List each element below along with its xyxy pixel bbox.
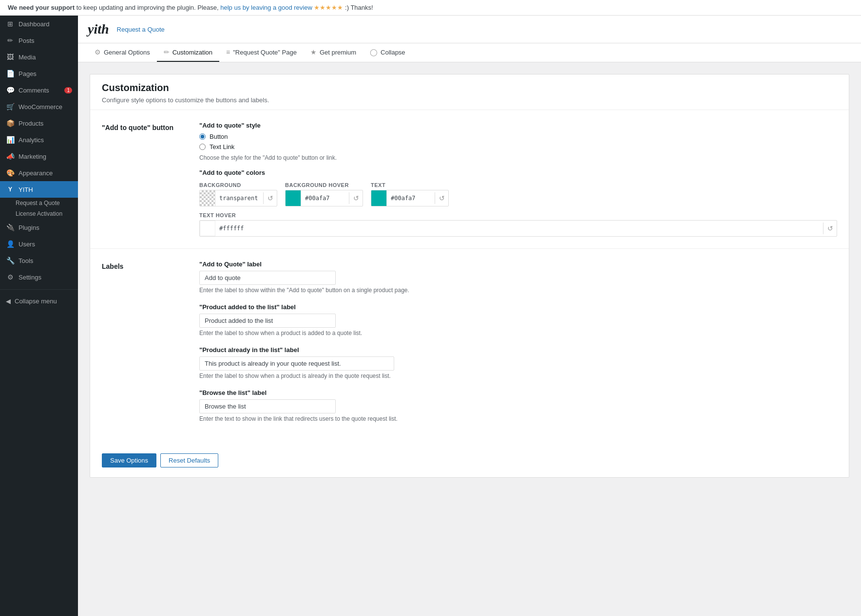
sidebar-item-pages[interactable]: 📄 Pages — [0, 65, 78, 82]
sidebar-item-woocommerce[interactable]: 🛒 WooCommerce — [0, 98, 78, 115]
input-add-to-quote[interactable] — [199, 271, 336, 285]
color-label-text-hover: TEXT HOVER — [199, 212, 837, 218]
reset-defaults-button[interactable]: Reset Defaults — [160, 453, 218, 467]
collapse-label: Collapse menu — [15, 298, 57, 305]
marketing-icon: 📣 — [6, 152, 15, 161]
plugins-icon: 🔌 — [6, 223, 15, 232]
sidebar-item-media[interactable]: 🖼 Media — [0, 49, 78, 65]
color-picker-text-hover[interactable]: #ffffff ↺ — [199, 220, 837, 237]
users-icon: 👤 — [6, 240, 15, 248]
notice-bold: We need your support — [8, 4, 75, 11]
save-options-button[interactable]: Save Options — [102, 453, 156, 467]
hint-product-added: Enter the label to show when a product i… — [199, 330, 837, 336]
add-to-quote-section: "Add to quote" button "Add to quote" sty… — [90, 110, 849, 249]
input-product-added[interactable] — [199, 314, 336, 328]
app-layout: ⊞ Dashboard ✏ Posts 🖼 Media 📄 Pages 💬 Co… — [0, 16, 861, 616]
form-label-add-to-quote: "Add to Quote" label — [199, 261, 837, 268]
sidebar-item-settings[interactable]: ⚙ Settings — [0, 269, 78, 285]
sidebar-sub-license[interactable]: License Activation — [0, 208, 78, 219]
pages-icon: 📄 — [6, 69, 15, 78]
labels-section-label: Labels — [102, 261, 199, 432]
notice-stars: ★★★★★ — [314, 4, 343, 11]
radio-text-link-label: Text Link — [210, 143, 234, 150]
sidebar-label-plugins: Plugins — [19, 224, 39, 231]
color-label-bg-hover: BACKGROUND HOVER — [285, 182, 363, 188]
content-box: Customization Configure style options to… — [90, 74, 849, 478]
color-picker-text[interactable]: #00afa7 ↺ — [371, 190, 449, 206]
sidebar-item-plugins[interactable]: 🔌 Plugins — [0, 219, 78, 236]
sidebar-item-tools[interactable]: 🔧 Tools — [0, 252, 78, 269]
sidebar-item-products[interactable]: 📦 Products — [0, 115, 78, 131]
color-picker-bg-hover[interactable]: #00afa7 ↺ — [285, 190, 363, 206]
nav-request-quote-page[interactable]: ≡ "Request Quote" Page — [219, 43, 304, 62]
nav-collapse-icon: ◯ — [370, 48, 378, 56]
sidebar-sub-request-quote[interactable]: Request a Quote — [0, 198, 78, 208]
color-picker-background[interactable]: transparent ↺ — [199, 190, 277, 206]
collapse-menu-button[interactable]: ◀ Collapse menu — [0, 294, 78, 309]
sidebar: ⊞ Dashboard ✏ Posts 🖼 Media 📄 Pages 💬 Co… — [0, 16, 78, 616]
notice-link[interactable]: help us by leaving a good review — [220, 4, 312, 11]
nav-get-premium[interactable]: ★ Get premium — [304, 43, 363, 62]
sidebar-item-posts[interactable]: ✏ Posts — [0, 32, 78, 49]
sidebar-label-woocommerce: WooCommerce — [19, 103, 62, 111]
form-label-browse-list: "Browse the list" label — [199, 389, 837, 396]
sidebar-label-marketing: Marketing — [19, 153, 46, 160]
style-label: "Add to quote" style — [199, 122, 837, 129]
sidebar-item-comments[interactable]: 💬 Comments 1 — [0, 82, 78, 98]
color-swatch-background — [200, 190, 215, 206]
color-value-text: #00afa7 — [387, 195, 435, 202]
nav-custom-label: Customization — [172, 49, 212, 56]
sidebar-item-marketing[interactable]: 📣 Marketing — [0, 148, 78, 165]
color-reset-background[interactable]: ↺ — [263, 192, 277, 204]
labels-section: Labels "Add to Quote" label Enter the la… — [90, 249, 849, 444]
color-swatch-text — [371, 190, 387, 206]
nav-rqp-label: "Request Quote" Page — [233, 49, 297, 56]
radio-button[interactable]: Button — [199, 133, 837, 140]
notice-bar: We need your support to keep updating an… — [0, 0, 861, 16]
color-value-bg-hover: #00afa7 — [301, 195, 349, 202]
color-field-text-hover: TEXT HOVER #ffffff ↺ — [199, 212, 837, 237]
radio-button-input[interactable] — [199, 133, 206, 140]
color-reset-bg-hover[interactable]: ↺ — [349, 192, 363, 204]
sidebar-label-products: Products — [19, 120, 43, 127]
page-description: Configure style options to customize the… — [102, 96, 837, 104]
sidebar-item-dashboard[interactable]: ⊞ Dashboard — [0, 16, 78, 32]
radio-text-link[interactable]: Text Link — [199, 143, 837, 150]
nav-premium-icon: ★ — [310, 48, 317, 56]
sidebar-label-analytics: Analytics — [19, 136, 44, 144]
input-product-already[interactable] — [199, 356, 394, 371]
page-title: Customization — [102, 82, 837, 93]
sidebar-item-yith[interactable]: Y YITH — [0, 181, 78, 198]
color-field-text: TEXT #00afa7 ↺ — [371, 182, 449, 206]
tools-icon: 🔧 — [6, 256, 15, 265]
form-group-product-already: "Product already in the list" label Ente… — [199, 346, 837, 379]
color-reset-text-hover[interactable]: ↺ — [823, 223, 837, 234]
dashboard-icon: ⊞ — [6, 19, 15, 28]
nav-collapse[interactable]: ◯ Collapse — [363, 43, 412, 62]
settings-icon: ⚙ — [6, 273, 15, 281]
nav-general-options[interactable]: ⚙ General Options — [88, 43, 157, 62]
plugin-header: yith Request a Quote — [78, 16, 861, 43]
form-label-product-added: "Product added to the list" label — [199, 303, 837, 311]
sidebar-label-yith: YITH — [19, 186, 33, 193]
color-reset-text[interactable]: ↺ — [435, 192, 448, 204]
add-to-quote-section-label: "Add to quote" button — [102, 122, 199, 237]
sidebar-item-users[interactable]: 👤 Users — [0, 236, 78, 252]
products-icon: 📦 — [6, 119, 15, 128]
sidebar-item-appearance[interactable]: 🎨 Appearance — [0, 165, 78, 181]
form-group-add-to-quote: "Add to Quote" label Enter the label to … — [199, 261, 837, 294]
nav-general-icon: ⚙ — [95, 48, 101, 56]
color-value-text-hover: #ffffff — [215, 225, 823, 232]
sidebar-item-analytics[interactable]: 📊 Analytics — [0, 131, 78, 148]
nav-customization[interactable]: ✏ Customization — [157, 43, 219, 62]
labels-content: "Add to Quote" label Enter the label to … — [199, 261, 837, 432]
content-area: Customization Configure style options to… — [78, 62, 861, 616]
radio-text-link-input[interactable] — [199, 144, 206, 150]
color-field-bg-hover: BACKGROUND HOVER #00afa7 ↺ — [285, 182, 363, 206]
main-content: yith Request a Quote ⚙ General Options ✏… — [78, 16, 861, 616]
input-browse-list[interactable] — [199, 399, 336, 413]
comments-badge: 1 — [64, 87, 72, 93]
plugin-title[interactable]: Request a Quote — [117, 26, 165, 33]
sidebar-label-comments: Comments — [19, 87, 49, 94]
radio-button-label: Button — [210, 133, 228, 140]
